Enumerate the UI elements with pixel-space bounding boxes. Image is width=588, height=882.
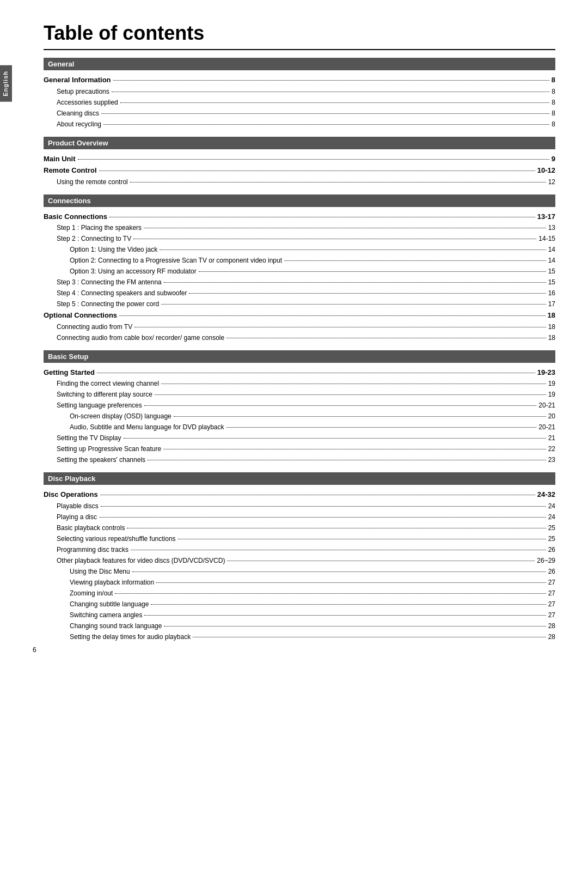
page-number: 6	[33, 646, 36, 654]
toc-dots	[99, 517, 546, 518]
toc-entry-0-0: General Information8	[44, 75, 555, 86]
section-header-1: Product Overview	[44, 137, 555, 149]
toc-page: 8	[552, 87, 555, 96]
toc-page: 14-15	[538, 234, 555, 244]
toc-entry-3-8: Setting the speakers' channels23	[57, 455, 555, 465]
toc-entry-2-9: Optional Connections18	[44, 310, 555, 321]
toc-dots	[226, 338, 546, 338]
toc-entry-3-1: Finding the correct viewing channel19	[57, 379, 555, 388]
toc-dots	[78, 159, 549, 160]
toc-dots	[133, 239, 536, 239]
toc-page: 15	[548, 277, 555, 287]
toc-page: 26	[548, 567, 555, 576]
toc-label: Playable discs	[57, 501, 99, 511]
toc-dots	[119, 315, 545, 316]
toc-page: 28	[548, 632, 555, 642]
toc-page: 27	[548, 599, 555, 609]
toc-label: Setting the delay times for audio playba…	[70, 632, 191, 642]
toc-dots	[127, 528, 546, 528]
toc-page: 8	[552, 98, 555, 107]
toc-page: 15	[548, 266, 555, 276]
toc-label: Audio, Subtitle and Menu language for DV…	[70, 422, 224, 432]
toc-entry-4-13: Setting the delay times for audio playba…	[70, 632, 555, 642]
toc-label: Cleaning discs	[57, 108, 99, 118]
toc-page: 20-21	[538, 422, 555, 432]
toc-label: Connecting audio from cable box/ recorde…	[57, 333, 224, 343]
toc-dots	[144, 228, 546, 228]
toc-entry-4-5: Programming disc tracks26	[57, 545, 555, 555]
toc-label: Finding the correct viewing channel	[57, 379, 159, 388]
toc-dots	[199, 271, 546, 272]
toc-dots	[132, 571, 546, 572]
toc-page: 8	[552, 108, 555, 118]
toc-page: 9	[552, 154, 555, 165]
toc-label: Changing subtitle language	[70, 599, 149, 609]
toc-dots	[134, 327, 546, 327]
toc-label: Option 2: Connecting to a Progressive Sc…	[70, 256, 282, 265]
toc-label: Step 1 : Placing the speakers	[57, 223, 142, 233]
toc-dots	[144, 405, 537, 406]
side-tab: English	[0, 65, 12, 102]
toc-dots	[178, 539, 546, 539]
toc-page: 20-21	[538, 400, 555, 410]
toc-label: Setup precautions	[57, 87, 109, 96]
toc-label: Optional Connections	[44, 310, 117, 321]
toc-label: Using the Disc Menu	[70, 567, 130, 576]
toc-entry-4-12: Changing sound track language28	[70, 621, 555, 631]
toc-label: General Information	[44, 75, 111, 86]
toc-entry-2-2: Step 2 : Connecting to TV14-15	[57, 234, 555, 244]
toc-label: Connecting audio from TV	[57, 322, 132, 332]
toc-dots	[100, 495, 535, 495]
toc-page: 17	[548, 299, 555, 309]
toc-entry-3-0: Getting Started19-23	[44, 367, 555, 378]
toc-page: 18	[548, 333, 555, 343]
toc-dots	[189, 293, 546, 294]
toc-label: Step 3 : Connecting the FM antenna	[57, 277, 162, 287]
toc-page: 18	[548, 322, 555, 332]
toc-label: Zooming in/out	[70, 588, 113, 598]
section-header-0: General	[44, 58, 555, 70]
toc-label: Changing sound track language	[70, 621, 162, 631]
toc-entry-3-2: Switching to different play source19	[57, 390, 555, 399]
toc-dots	[124, 438, 546, 439]
toc-label: Option 1: Using the Video jack	[70, 245, 157, 254]
toc-page: 26~29	[537, 556, 555, 565]
toc-label: Setting up Progressive Scan feature	[57, 444, 161, 454]
toc-dots	[160, 250, 546, 250]
toc-entry-3-3: Setting language preferences20-21	[57, 400, 555, 410]
toc-dots	[144, 615, 546, 616]
toc-dots	[151, 604, 546, 605]
toc-dots	[101, 113, 549, 114]
toc-entry-0-4: About recycling8	[57, 119, 555, 129]
section-header-2: Connections	[44, 194, 555, 207]
toc-dots	[163, 449, 546, 449]
toc-label: Remote Control	[44, 165, 97, 176]
toc-dots	[101, 506, 546, 507]
toc-page: 23	[548, 455, 555, 465]
toc-dots	[103, 124, 549, 125]
toc-label: Step 5 : Connecting the power cord	[57, 299, 159, 309]
toc-entry-4-9: Zooming in/out27	[70, 588, 555, 598]
toc-entry-4-3: Basic playback controls25	[57, 523, 555, 533]
toc-page: 27	[548, 577, 555, 587]
toc-page: 27	[548, 588, 555, 598]
toc-entry-4-7: Using the Disc Menu26	[70, 567, 555, 576]
toc-entry-4-4: Selecting various repeat/shuffle functio…	[57, 534, 555, 544]
toc-page: 26	[548, 545, 555, 555]
toc-entry-1-2: Using the remote control12	[57, 177, 555, 187]
toc-page: 10-12	[537, 165, 555, 176]
page-title: Table of contents	[44, 22, 555, 50]
toc-entry-2-7: Step 4 : Connecting speakers and subwoof…	[57, 288, 555, 298]
toc-dots	[148, 460, 546, 460]
toc-dots	[161, 384, 546, 384]
toc-page: 18	[548, 310, 555, 321]
toc-entry-2-10: Connecting audio from TV18	[57, 322, 555, 332]
toc-page: 24	[548, 501, 555, 511]
toc-label: Setting the speakers' channels	[57, 455, 145, 465]
toc-dots	[113, 80, 549, 81]
toc-dots	[227, 561, 535, 561]
toc-dots	[284, 260, 546, 261]
toc-label: About recycling	[57, 119, 101, 129]
toc-label: Playing a disc	[57, 512, 97, 522]
toc-page: 19	[548, 379, 555, 388]
